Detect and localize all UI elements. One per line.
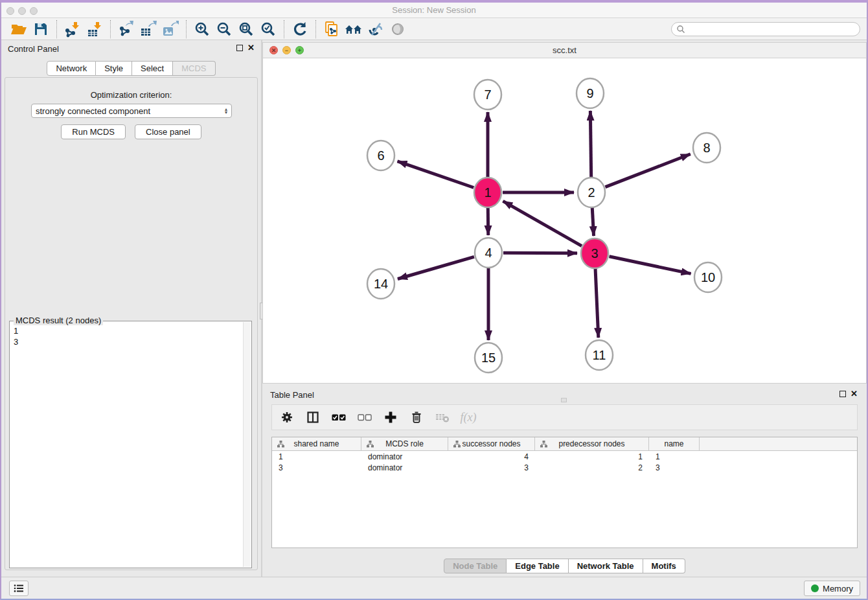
export-image-button[interactable]: [159, 19, 181, 39]
column-header-name[interactable]: name: [649, 437, 700, 450]
tab-motifs[interactable]: Motifs: [643, 559, 685, 573]
column-header-label: name: [664, 439, 683, 448]
zoom-selected-button[interactable]: [257, 19, 279, 39]
graph-node-4[interactable]: 4: [475, 238, 502, 268]
close-panel-button[interactable]: Close panel: [135, 124, 201, 139]
zoom-out-button[interactable]: [213, 19, 235, 39]
tab-select[interactable]: Select: [132, 61, 173, 76]
table-cell-name[interactable]: 3: [649, 463, 700, 472]
column-header-shared-name[interactable]: shared name: [272, 437, 361, 450]
graph-node-10[interactable]: 10: [694, 262, 722, 292]
workspace-area: ✕ − + scc.txt 7968124314101511: [262, 40, 867, 577]
delete-column-button[interactable]: [408, 410, 425, 425]
graph-node-3[interactable]: 3: [581, 238, 608, 268]
function-builder-button[interactable]: f(x): [460, 410, 477, 425]
export-network-button[interactable]: [115, 19, 137, 39]
duplicate-network-button[interactable]: [321, 19, 343, 39]
table-settings-button[interactable]: [279, 410, 295, 425]
deselect-all-button[interactable]: [356, 410, 373, 425]
table-row[interactable]: 3dominator323: [272, 462, 857, 473]
table-cell-predecessor-nodes[interactable]: 1: [535, 452, 649, 461]
import-table-button[interactable]: [84, 19, 106, 39]
column-header-predecessor-nodes[interactable]: predecessor nodes: [535, 437, 649, 450]
svg-text:6: 6: [377, 148, 384, 163]
tab-network[interactable]: Network: [47, 61, 96, 76]
table-cell-successor-nodes[interactable]: 4: [448, 452, 535, 461]
node-table[interactable]: shared nameMCDS rolesuccessor nodesprede…: [271, 437, 858, 548]
graph-node-11[interactable]: 11: [586, 340, 613, 370]
memory-button[interactable]: Memory: [804, 581, 860, 596]
svg-text:14: 14: [374, 277, 388, 291]
graph-edge-2-8[interactable]: [605, 154, 690, 187]
table-cell-mcds-role[interactable]: dominator: [361, 463, 448, 472]
graph-node-6[interactable]: 6: [367, 141, 394, 170]
graph-edge-1-6[interactable]: [398, 161, 474, 188]
float-panel-icon[interactable]: [236, 45, 243, 51]
result-scrollbar[interactable]: [243, 322, 251, 567]
graph-edge-3-11[interactable]: [595, 268, 599, 338]
tab-mcds[interactable]: MCDS: [173, 61, 215, 76]
graph-edge-2-9[interactable]: [590, 111, 591, 178]
open-session-button[interactable]: [8, 19, 30, 39]
optimization-criterion-select[interactable]: strongly connected component ▴▾: [31, 104, 232, 118]
table-cell-mcds-role[interactable]: dominator: [361, 452, 448, 461]
network-overview-button[interactable]: [343, 19, 365, 39]
create-column-button[interactable]: [382, 410, 399, 425]
search-icon: [676, 25, 685, 34]
network-graph[interactable]: 7968124314101511: [263, 58, 867, 382]
search-input[interactable]: [685, 23, 860, 35]
selected-option-label: strongly connected component: [36, 106, 150, 116]
hide-details-button[interactable]: [365, 19, 387, 39]
graph-edge-4-3[interactable]: [503, 253, 577, 253]
delete-table-button[interactable]: [434, 410, 451, 425]
table-cell-predecessor-nodes[interactable]: 2: [535, 463, 649, 472]
tab-node-table[interactable]: Node Table: [444, 559, 507, 573]
close-panel-icon[interactable]: ✕: [247, 43, 255, 52]
search-box[interactable]: [671, 22, 860, 36]
mcds-result-text[interactable]: 1 3: [14, 325, 240, 565]
import-network-button[interactable]: [62, 19, 84, 39]
graph-node-14[interactable]: 14: [367, 269, 394, 299]
hide-details-icon: [367, 21, 384, 38]
graph-node-2[interactable]: 2: [578, 178, 605, 207]
float-table-panel-icon[interactable]: [839, 391, 846, 397]
graph-node-7[interactable]: 7: [474, 80, 501, 110]
graph-node-15[interactable]: 15: [475, 343, 502, 373]
zoom-fit-button[interactable]: [235, 19, 257, 39]
table-cell-name[interactable]: 1: [649, 452, 700, 461]
close-table-panel-icon[interactable]: ✕: [851, 389, 858, 398]
run-mcds-button[interactable]: Run MCDS: [61, 124, 126, 139]
zoom-in-button[interactable]: [191, 19, 213, 39]
graph-edge-3-1[interactable]: [503, 201, 582, 246]
graph-edge-2-3[interactable]: [592, 207, 593, 236]
tab-style[interactable]: Style: [96, 61, 132, 76]
export-image-icon: [162, 21, 179, 38]
refresh-icon: [291, 21, 308, 38]
task-history-button[interactable]: [9, 581, 29, 596]
show-column-button[interactable]: [304, 410, 321, 425]
visibility-button[interactable]: [387, 19, 409, 39]
column-header-mcds-role[interactable]: MCDS role: [361, 437, 448, 450]
zoom-selected-icon: [260, 21, 277, 38]
select-all-button[interactable]: [330, 410, 347, 425]
save-session-button[interactable]: [30, 19, 52, 39]
graph-node-9[interactable]: 9: [577, 78, 604, 108]
graph-node-8[interactable]: 8: [693, 133, 720, 163]
table-panel-header: Table Panel ✕: [262, 386, 867, 403]
tab-edge-table[interactable]: Edge Table: [507, 559, 568, 573]
graph-node-1[interactable]: 1: [474, 178, 501, 207]
gear-icon: [280, 411, 293, 424]
network-canvas[interactable]: 7968124314101511: [262, 58, 867, 384]
export-table-button[interactable]: [137, 19, 159, 39]
column-header-successor-nodes[interactable]: successor nodes: [448, 437, 535, 450]
tab-network-table[interactable]: Network Table: [569, 559, 643, 573]
table-row[interactable]: 1dominator411: [272, 451, 857, 462]
refresh-button[interactable]: [289, 19, 311, 39]
graph-edge-3-10[interactable]: [610, 257, 691, 274]
plus-icon: [384, 411, 397, 424]
table-cell-shared-name[interactable]: 1: [272, 452, 361, 461]
table-cell-successor-nodes[interactable]: 3: [448, 463, 535, 472]
control-panel-title: Control Panel: [8, 44, 59, 54]
table-cell-shared-name[interactable]: 3: [272, 463, 361, 472]
graph-edge-4-14[interactable]: [398, 257, 474, 279]
